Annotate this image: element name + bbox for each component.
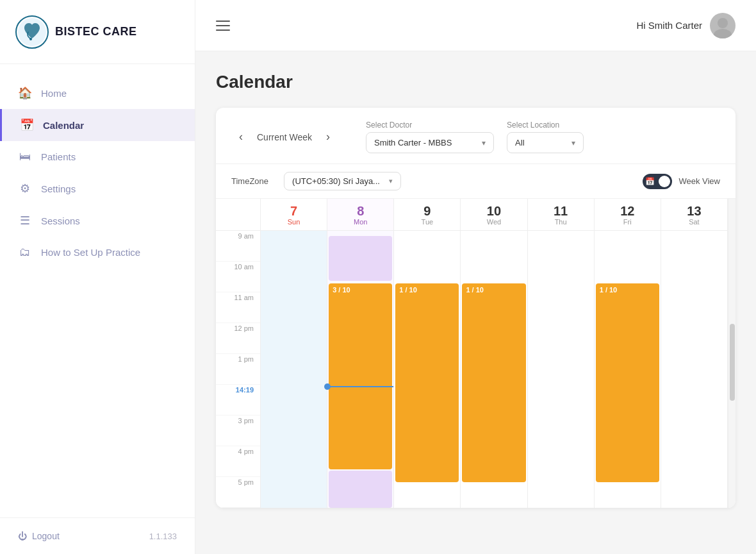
- version-text: 1.1.133: [149, 532, 177, 541]
- logout-icon: ⏻: [18, 531, 27, 541]
- week-navigation: ‹ Current Week ›: [231, 128, 338, 147]
- patients-icon: 🛏: [18, 150, 32, 164]
- page-title: Calendar: [216, 72, 735, 92]
- header-user: Hi Smith Carter: [636, 13, 735, 38]
- calendar-card: ‹ Current Week › Select Doctor Smith Car…: [216, 108, 735, 508]
- time-label-12pm: 12 pm: [234, 324, 254, 332]
- sidebar: BISTEC CARE 🏠 Home 📅 Calendar 🛏 Patients…: [0, 0, 195, 554]
- sidebar-item-label: Home: [41, 88, 67, 99]
- calendar-controls: ‹ Current Week › Select Doctor Smith Car…: [216, 108, 735, 164]
- time-label-4pm: 4 pm: [238, 448, 254, 455]
- svg-point-2: [29, 38, 32, 40]
- sidebar-item-label: How to Set Up Practice: [41, 247, 140, 258]
- day-num-sat: 13: [687, 204, 701, 218]
- day-header-mon: 8 Mon: [327, 199, 393, 231]
- time-slot-4pm: 4 pm: [216, 446, 260, 477]
- timezone-select[interactable]: (UTC+05:30) Sri Jaya... ▾: [284, 172, 401, 190]
- day-num-wed: 10: [487, 204, 501, 218]
- tue-orange-event[interactable]: 1 / 10: [395, 283, 459, 482]
- time-slot-1pm: 1 pm: [216, 354, 260, 385]
- mon-event-label: 3 / 10: [333, 286, 350, 294]
- day-name-mon: Mon: [354, 218, 367, 226]
- doctor-select-value: Smith Carter - MBBS: [374, 138, 452, 147]
- week-view-toggle-track[interactable]: 📅: [643, 174, 672, 189]
- day-header-wed: 10 Wed: [461, 199, 527, 231]
- time-label-current: 14:19: [236, 386, 254, 394]
- day-num-fri: 12: [620, 204, 634, 218]
- sidebar-item-calendar[interactable]: 📅 Calendar: [0, 109, 195, 141]
- doctor-dropdown-arrow: ▾: [482, 138, 486, 147]
- doctor-select[interactable]: Smith Carter - MBBS ▾: [366, 132, 494, 153]
- header-greeting: Hi Smith Carter: [636, 20, 702, 31]
- sidebar-item-setup[interactable]: 🗂 How to Set Up Practice: [0, 237, 195, 268]
- current-time-line: [327, 386, 393, 387]
- day-cells-tue: 1 / 10: [394, 231, 460, 508]
- time-label-9am: 9 am: [238, 232, 254, 240]
- location-select[interactable]: All ▾: [507, 132, 584, 153]
- time-slot-10am: 10 am: [216, 262, 260, 292]
- mon-orange-event[interactable]: 3 / 10: [329, 283, 392, 469]
- day-header-thu: 11 Thu: [528, 199, 594, 231]
- day-col-mon: 8 Mon 3 / 10: [327, 199, 394, 508]
- day-header-fri: 12 Fri: [595, 199, 661, 231]
- day-name-tue: Tue: [422, 218, 434, 226]
- day-num-thu: 11: [554, 204, 568, 218]
- day-col-thu: 11 Thu: [528, 199, 595, 508]
- day-cells-sat: [661, 231, 727, 508]
- sidebar-item-home[interactable]: 🏠 Home: [0, 77, 195, 109]
- day-num-sun: 7: [290, 204, 297, 218]
- app-name: BISTEC CARE: [55, 25, 137, 38]
- day-name-fri: Fri: [623, 218, 632, 226]
- home-icon: 🏠: [18, 86, 32, 100]
- location-dropdown-arrow: ▾: [571, 138, 575, 147]
- sessions-icon: ☰: [18, 214, 32, 228]
- day-name-sun: Sun: [288, 218, 300, 226]
- settings-icon: ⚙: [18, 181, 32, 196]
- location-select-label: Select Location: [507, 121, 584, 130]
- logout-button[interactable]: ⏻ Logout: [18, 531, 60, 541]
- toggle-thumb: [659, 176, 670, 187]
- sidebar-item-label: Calendar: [43, 120, 84, 131]
- sidebar-item-patients[interactable]: 🛏 Patients: [0, 141, 195, 172]
- next-week-button[interactable]: ›: [318, 128, 338, 147]
- time-col-header: [216, 199, 260, 231]
- svg-point-4: [714, 29, 732, 38]
- calendar-toggle-icon: 📅: [645, 177, 655, 186]
- timezone-label: TimeZone: [231, 176, 268, 186]
- mon-lavender-event-bottom[interactable]: [329, 471, 392, 508]
- fri-orange-event[interactable]: 1 / 10: [596, 283, 659, 482]
- day-name-thu: Thu: [555, 218, 567, 226]
- time-slot-11am: 11 am: [216, 292, 260, 323]
- day-col-wed: 10 Wed 1 / 10: [461, 199, 527, 508]
- scrollbar[interactable]: [728, 199, 735, 508]
- hamburger-menu[interactable]: [216, 21, 230, 31]
- svg-point-3: [718, 18, 728, 28]
- logo-icon: [15, 15, 49, 49]
- day-col-sun: 7 Sun: [261, 199, 327, 508]
- prev-week-button[interactable]: ‹: [231, 128, 251, 147]
- time-slot-2pm: 14:19: [216, 385, 260, 416]
- day-cells-mon: 3 / 10: [327, 231, 393, 508]
- calendar-grid: 9 am 10 am 11 am 12 pm 1 pm 14:19 3 pm 4…: [216, 199, 735, 508]
- day-num-mon: 8: [357, 204, 364, 218]
- sidebar-item-label: Patients: [41, 151, 76, 162]
- day-num-tue: 9: [423, 204, 431, 218]
- week-view-toggle[interactable]: 📅 Week View: [643, 174, 720, 189]
- wed-orange-event[interactable]: 1 / 10: [462, 283, 525, 482]
- timezone-value: (UTC+05:30) Sri Jaya...: [292, 176, 380, 186]
- time-slot-9am: 9 am: [216, 231, 260, 262]
- sidebar-item-sessions[interactable]: ☰ Sessions: [0, 205, 195, 237]
- day-cells-wed: 1 / 10: [461, 231, 527, 508]
- location-select-field: Select Location All ▾: [507, 121, 584, 153]
- day-col-fri: 12 Fri 1 / 10: [595, 199, 661, 508]
- sidebar-item-label: Settings: [41, 183, 76, 194]
- calendar-icon: 📅: [20, 118, 34, 132]
- day-col-tue: 9 Tue 1 / 10: [394, 199, 461, 508]
- current-week-label: Current Week: [257, 132, 312, 142]
- sidebar-item-settings[interactable]: ⚙ Settings: [0, 172, 195, 205]
- mon-lavender-event-top[interactable]: [329, 236, 392, 281]
- time-label-10am: 10 am: [234, 263, 254, 271]
- sidebar-footer: ⏻ Logout 1.1.133: [0, 517, 195, 554]
- doctor-select-field: Select Doctor Smith Carter - MBBS ▾: [366, 121, 494, 153]
- user-avatar: [710, 13, 735, 38]
